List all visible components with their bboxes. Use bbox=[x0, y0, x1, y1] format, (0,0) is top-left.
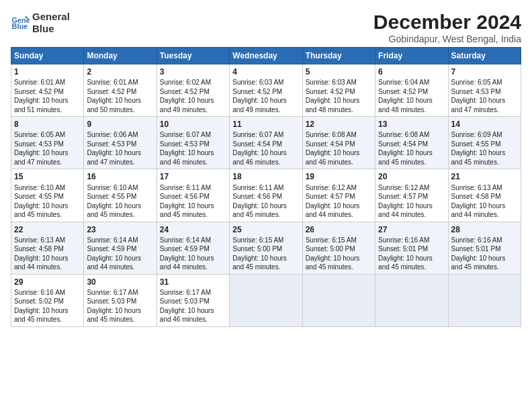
day-info-line: Daylight: 10 hours bbox=[160, 96, 226, 105]
day-info-line: Sunrise: 6:01 AM bbox=[87, 78, 153, 87]
calendar-day-cell: 24Sunrise: 6:14 AMSunset: 4:59 PMDayligh… bbox=[157, 222, 229, 274]
day-info-line: Sunrise: 6:15 AM bbox=[232, 236, 299, 245]
day-info-line: Daylight: 10 hours bbox=[232, 96, 299, 105]
day-number: 9 bbox=[87, 119, 153, 130]
day-number: 17 bbox=[160, 171, 226, 182]
day-info-line: Daylight: 10 hours bbox=[451, 96, 518, 105]
day-info-line: Sunset: 4:56 PM bbox=[232, 192, 299, 201]
day-number: 4 bbox=[232, 66, 299, 77]
day-number: 12 bbox=[306, 119, 372, 130]
day-info-line: and 47 minutes. bbox=[87, 158, 153, 167]
day-info-line: Sunrise: 6:12 AM bbox=[378, 183, 445, 193]
day-info-line: Sunrise: 6:13 AM bbox=[14, 236, 81, 245]
day-info-line: and 48 minutes. bbox=[378, 105, 445, 115]
header-monday: Monday bbox=[84, 48, 157, 64]
day-info-line: Daylight: 10 hours bbox=[160, 306, 226, 316]
day-number: 6 bbox=[378, 66, 445, 77]
day-info-line: Sunrise: 6:05 AM bbox=[14, 130, 81, 140]
day-info-line: Sunrise: 6:14 AM bbox=[87, 236, 153, 245]
calendar-day-cell: 5Sunrise: 6:03 AMSunset: 4:52 PMDaylight… bbox=[302, 64, 375, 117]
day-info-line: Sunrise: 6:16 AM bbox=[378, 236, 445, 245]
day-info-line: and 46 minutes. bbox=[160, 158, 226, 167]
day-number: 19 bbox=[306, 171, 372, 182]
day-number: 1 bbox=[14, 66, 81, 77]
day-info-line: and 45 minutes. bbox=[451, 158, 518, 167]
day-info-line: Sunset: 4:52 PM bbox=[87, 87, 153, 97]
day-info-line: Sunrise: 6:03 AM bbox=[306, 78, 372, 87]
header-saturday: Saturday bbox=[448, 48, 521, 64]
day-info-line: Daylight: 10 hours bbox=[14, 201, 81, 211]
day-info-line: Sunrise: 6:13 AM bbox=[451, 183, 518, 193]
day-info-line: Daylight: 10 hours bbox=[160, 148, 226, 158]
calendar-week-row: 8Sunrise: 6:05 AMSunset: 4:53 PMDaylight… bbox=[11, 117, 521, 169]
day-info-line: Sunset: 4:53 PM bbox=[451, 87, 518, 97]
logo-icon: General Blue bbox=[11, 13, 30, 32]
day-info-line: Sunset: 4:53 PM bbox=[14, 140, 81, 149]
day-info-line: and 45 minutes. bbox=[87, 315, 153, 324]
day-info-line: Daylight: 10 hours bbox=[451, 254, 518, 263]
day-number: 11 bbox=[232, 119, 299, 130]
calendar-day-cell: 12Sunrise: 6:08 AMSunset: 4:54 PMDayligh… bbox=[302, 117, 375, 169]
day-number: 30 bbox=[87, 277, 153, 287]
day-info-line: Daylight: 10 hours bbox=[14, 306, 81, 316]
page-subtitle: Gobindapur, West Bengal, India bbox=[373, 34, 521, 44]
day-info-line: Daylight: 10 hours bbox=[306, 254, 372, 263]
day-info-line: Sunset: 4:59 PM bbox=[160, 244, 226, 254]
day-info-line: and 44 minutes. bbox=[87, 263, 153, 272]
day-info-line: and 45 minutes. bbox=[14, 210, 81, 220]
day-info-line: Sunset: 4:59 PM bbox=[87, 244, 153, 254]
day-info-line: Sunset: 4:52 PM bbox=[160, 87, 226, 97]
day-info-line: Sunrise: 6:14 AM bbox=[160, 236, 226, 245]
header-tuesday: Tuesday bbox=[157, 48, 229, 64]
day-number: 8 bbox=[14, 119, 81, 130]
day-info-line: Sunrise: 6:11 AM bbox=[160, 183, 226, 193]
day-info-line: and 50 minutes. bbox=[87, 105, 153, 115]
day-info-line: Sunrise: 6:01 AM bbox=[14, 78, 81, 87]
calendar-week-row: 29Sunrise: 6:16 AMSunset: 5:02 PMDayligh… bbox=[11, 274, 521, 326]
day-info-line: Sunset: 4:52 PM bbox=[378, 87, 445, 97]
day-info-line: Daylight: 10 hours bbox=[87, 96, 153, 105]
day-info-line: Sunset: 5:03 PM bbox=[87, 297, 153, 306]
day-info-line: Sunrise: 6:16 AM bbox=[14, 288, 81, 298]
day-info-line: Sunset: 5:00 PM bbox=[306, 244, 372, 254]
day-info-line: Sunrise: 6:10 AM bbox=[14, 183, 81, 193]
day-info-line: Daylight: 10 hours bbox=[232, 201, 299, 211]
day-info-line: Daylight: 10 hours bbox=[87, 201, 153, 211]
day-info-line: Sunset: 4:54 PM bbox=[378, 140, 445, 149]
day-info-line: Sunset: 4:54 PM bbox=[232, 140, 299, 149]
calendar-day-cell: 29Sunrise: 6:16 AMSunset: 5:02 PMDayligh… bbox=[11, 274, 84, 326]
day-info-line: Sunset: 4:58 PM bbox=[14, 244, 81, 254]
calendar-week-row: 1Sunrise: 6:01 AMSunset: 4:52 PMDaylight… bbox=[11, 64, 521, 117]
day-info-line: Sunset: 4:53 PM bbox=[87, 140, 153, 149]
empty-cell bbox=[302, 274, 375, 326]
calendar-day-cell: 13Sunrise: 6:08 AMSunset: 4:54 PMDayligh… bbox=[375, 117, 448, 169]
calendar-day-cell: 28Sunrise: 6:16 AMSunset: 5:01 PMDayligh… bbox=[448, 222, 521, 274]
header-thursday: Thursday bbox=[302, 48, 375, 64]
day-info-line: and 46 minutes. bbox=[232, 158, 299, 167]
day-info-line: Sunset: 5:00 PM bbox=[232, 244, 299, 254]
calendar-week-row: 15Sunrise: 6:10 AMSunset: 4:55 PMDayligh… bbox=[11, 169, 521, 222]
day-info-line: Sunrise: 6:10 AM bbox=[87, 183, 153, 193]
day-number: 7 bbox=[451, 66, 518, 77]
day-info-line: Sunset: 5:03 PM bbox=[160, 297, 226, 306]
day-number: 2 bbox=[87, 66, 153, 77]
day-info-line: and 44 minutes. bbox=[14, 263, 81, 272]
day-info-line: and 51 minutes. bbox=[14, 105, 81, 115]
day-info-line: Daylight: 10 hours bbox=[306, 96, 372, 105]
day-number: 14 bbox=[451, 119, 518, 130]
day-info-line: and 45 minutes. bbox=[160, 210, 226, 220]
day-info-line: and 49 minutes. bbox=[232, 105, 299, 115]
calendar-day-cell: 18Sunrise: 6:11 AMSunset: 4:56 PMDayligh… bbox=[230, 169, 302, 222]
header-sunday: Sunday bbox=[11, 48, 84, 64]
day-number: 25 bbox=[232, 224, 299, 235]
page-title: December 2024 bbox=[373, 11, 521, 34]
day-info-line: Sunrise: 6:08 AM bbox=[378, 130, 445, 140]
day-info-line: Daylight: 10 hours bbox=[232, 254, 299, 263]
day-info-line: and 45 minutes. bbox=[87, 210, 153, 220]
calendar-table: SundayMondayTuesdayWednesdayThursdayFrid… bbox=[11, 47, 521, 327]
day-number: 18 bbox=[232, 171, 299, 182]
calendar-day-cell: 31Sunrise: 6:17 AMSunset: 5:03 PMDayligh… bbox=[157, 274, 229, 326]
day-info-line: and 45 minutes. bbox=[306, 263, 372, 272]
day-number: 21 bbox=[451, 171, 518, 182]
day-info-line: Sunrise: 6:06 AM bbox=[87, 130, 153, 140]
